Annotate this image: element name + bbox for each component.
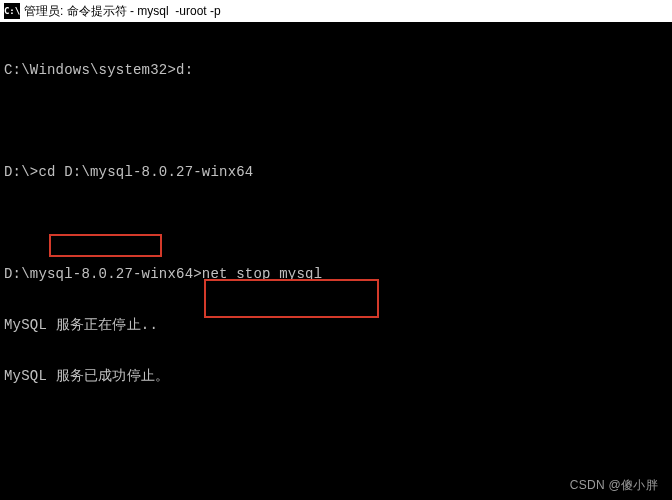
terminal-line: D:\>cd D:\mysql-8.0.27-winx64 bbox=[4, 164, 668, 181]
terminal-line bbox=[4, 470, 668, 487]
terminal-line: MySQL 服务已成功停止。 bbox=[4, 368, 668, 385]
cmd-icon: C:\ bbox=[4, 3, 20, 19]
highlight-box-service-starting bbox=[49, 234, 162, 257]
terminal-line bbox=[4, 113, 668, 130]
terminal-line: MySQL 服务正在停止.. bbox=[4, 317, 668, 334]
terminal-line bbox=[4, 215, 668, 232]
watermark: CSDN @傻小胖 bbox=[570, 477, 658, 494]
terminal-output[interactable]: C:\Windows\system32>d: D:\>cd D:\mysql-8… bbox=[0, 22, 672, 500]
window-title: 管理员: 命令提示符 - mysql -uroot -p bbox=[24, 3, 221, 20]
titlebar[interactable]: C:\ 管理员: 命令提示符 - mysql -uroot -p bbox=[0, 0, 672, 23]
terminal-line: D:\mysql-8.0.27-winx64>net stop mysql bbox=[4, 266, 668, 283]
command-prompt-window: C:\ 管理员: 命令提示符 - mysql -uroot -p C:\Wind… bbox=[0, 0, 672, 500]
terminal-line bbox=[4, 419, 668, 436]
highlight-box-mysql-command bbox=[204, 279, 379, 318]
terminal-line: C:\Windows\system32>d: bbox=[4, 62, 668, 79]
